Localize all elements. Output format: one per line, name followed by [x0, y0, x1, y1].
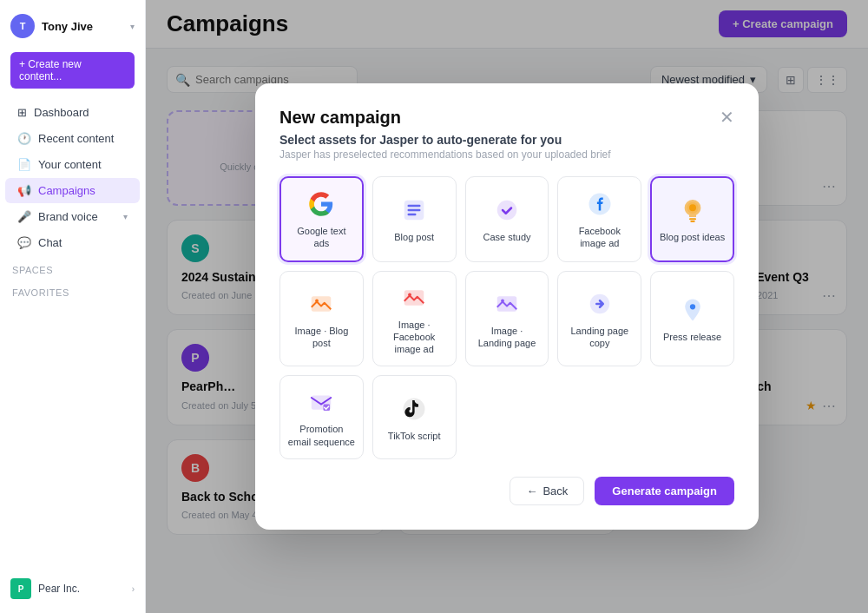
- facebook-icon: [587, 188, 613, 220]
- press-release-icon: [680, 294, 706, 326]
- asset-card-press-release[interactable]: Press release: [650, 271, 734, 367]
- content-icon: 📄: [17, 158, 31, 171]
- sidebar-nav: ⊞ Dashboard 🕐 Recent content 📄 Your cont…: [0, 99, 145, 256]
- svg-point-17: [689, 304, 694, 309]
- asset-label: Case study: [483, 231, 530, 243]
- asset-grid: Google text ads Blog post: [279, 176, 734, 459]
- dashboard-icon: ⊞: [17, 106, 27, 119]
- back-button[interactable]: ← Back: [510, 477, 584, 505]
- sidebar-item-label: Campaigns: [38, 184, 95, 197]
- modal-header: New campaign ✕: [279, 108, 734, 128]
- google-icon: [308, 188, 334, 220]
- asset-card-landing-page-copy[interactable]: Landing page copy: [557, 271, 641, 367]
- chevron-down-icon: ▾: [130, 22, 135, 31]
- org-name: Pear Inc.: [38, 583, 80, 595]
- chat-icon: 💬: [17, 236, 31, 249]
- sidebar-item-label: Your content: [38, 158, 102, 171]
- sidebar-item-brand-voice[interactable]: 🎤 Brand voice ▾: [5, 204, 140, 229]
- sidebar: T Tony Jive ▾ + Create new content... ⊞ …: [0, 0, 146, 613]
- asset-card-google-text-ads[interactable]: Google text ads: [279, 176, 364, 262]
- sidebar-item-dashboard[interactable]: ⊞ Dashboard: [5, 100, 140, 125]
- favorites-section-label: Favorites: [0, 279, 145, 301]
- user-menu[interactable]: T Tony Jive ▾: [0, 7, 145, 45]
- sidebar-item-chat[interactable]: 💬 Chat: [5, 230, 140, 255]
- asset-card-image-landing-page[interactable]: Image · Landing page: [465, 271, 549, 367]
- modal-subtitle: Select assets for Jasper to auto-generat…: [279, 133, 734, 147]
- asset-label: Facebook image ad: [565, 225, 634, 250]
- modal-close-button[interactable]: ✕: [720, 109, 734, 126]
- asset-label: Image · Blog post: [287, 325, 356, 350]
- svg-rect-9: [690, 221, 694, 222]
- svg-point-15: [501, 299, 504, 302]
- asset-card-blog-post-ideas[interactable]: Blog post ideas: [650, 176, 734, 262]
- svg-point-7: [689, 204, 696, 211]
- asset-card-image-blog-post[interactable]: Image · Blog post: [279, 271, 364, 367]
- asset-label: Google text ads: [288, 225, 355, 250]
- campaigns-icon: 📢: [17, 184, 31, 197]
- username: Tony Jive: [42, 20, 123, 33]
- generate-campaign-button[interactable]: Generate campaign: [595, 477, 734, 505]
- recent-icon: 🕐: [17, 132, 31, 145]
- asset-card-tiktok-script[interactable]: TikTok script: [372, 375, 457, 459]
- email-icon: [308, 386, 334, 418]
- sidebar-item-campaigns[interactable]: 📢 Campaigns: [5, 178, 140, 203]
- modal-overlay[interactable]: New campaign ✕ Select assets for Jasper …: [146, 0, 868, 613]
- image-landing-icon: [494, 288, 520, 320]
- asset-label: Blog post ideas: [660, 231, 725, 243]
- svg-point-11: [316, 299, 319, 302]
- back-arrow-icon: ←: [526, 484, 537, 498]
- sidebar-item-your-content[interactable]: 📄 Your content: [5, 152, 140, 177]
- sidebar-item-label: Dashboard: [34, 106, 89, 119]
- modal-title: New campaign: [279, 108, 401, 128]
- asset-card-blog-post[interactable]: Blog post: [372, 176, 457, 262]
- chevron-right-icon: ›: [132, 584, 135, 594]
- asset-label: Image · Landing page: [473, 325, 542, 350]
- new-campaign-modal: New campaign ✕ Select assets for Jasper …: [255, 83, 759, 530]
- asset-label: Image · Facebook image ad: [380, 319, 449, 356]
- case-study-icon: [494, 194, 520, 226]
- asset-label: Blog post: [394, 231, 434, 243]
- tiktok-icon: [401, 393, 427, 425]
- asset-label: TikTok script: [388, 430, 441, 442]
- svg-rect-1: [408, 205, 421, 208]
- asset-card-image-facebook[interactable]: Image · Facebook image ad: [372, 271, 457, 367]
- svg-rect-2: [408, 209, 421, 212]
- spaces-section-label: Spaces: [0, 256, 145, 279]
- svg-point-13: [408, 293, 411, 296]
- landing-page-icon: [587, 288, 613, 320]
- asset-label: Press release: [663, 331, 721, 343]
- image-blog-icon: [308, 288, 334, 320]
- chevron-down-icon: ▾: [123, 212, 128, 221]
- org-switcher[interactable]: P Pear Inc. ›: [0, 571, 145, 606]
- asset-card-facebook-image-ad[interactable]: Facebook image ad: [557, 176, 641, 262]
- asset-card-case-study[interactable]: Case study: [465, 176, 549, 262]
- ideas-icon: [679, 194, 707, 226]
- sidebar-item-label: Chat: [38, 236, 62, 249]
- org-avatar: P: [10, 578, 31, 599]
- blog-icon: [401, 194, 427, 226]
- svg-point-4: [497, 201, 517, 221]
- modal-footer: ← Back Generate campaign: [279, 477, 734, 505]
- asset-label: Landing page copy: [565, 325, 634, 350]
- sidebar-item-recent-content[interactable]: 🕐 Recent content: [5, 126, 140, 151]
- svg-rect-3: [408, 214, 417, 216]
- image-facebook-icon: [401, 282, 427, 313]
- sidebar-item-label: Recent content: [38, 132, 114, 145]
- brand-icon: 🎤: [17, 210, 31, 223]
- sidebar-item-label: Brand voice: [38, 210, 98, 223]
- user-avatar: T: [10, 14, 35, 38]
- modal-description: Jasper has preselected recommendations b…: [279, 148, 734, 161]
- asset-card-promo-email[interactable]: Promotion email sequence: [279, 375, 364, 459]
- create-new-content-button[interactable]: + Create new content...: [10, 52, 135, 89]
- main-content: Campaigns + Create campaign 🔍 Newest mod…: [146, 0, 868, 613]
- svg-rect-8: [689, 218, 696, 220]
- asset-label: Promotion email sequence: [287, 423, 356, 448]
